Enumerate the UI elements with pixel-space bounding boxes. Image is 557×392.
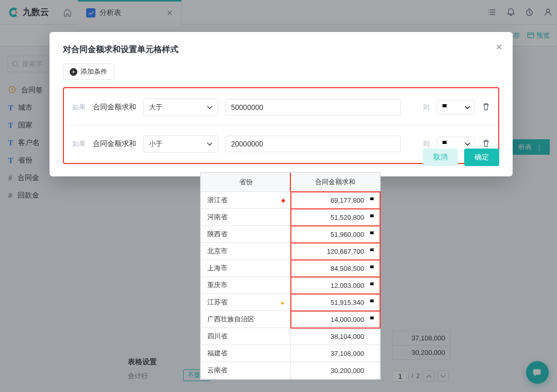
cell-amount: 69,177,800: [291, 192, 380, 209]
if-label: 如果: [72, 103, 86, 112]
chevron-down-icon: [207, 105, 212, 110]
col-amount: 合同金额求和: [291, 173, 380, 192]
preview-table: 省份 合同金额求和 浙江省◆ 69,177,800河南省 51,520,800陕…: [200, 172, 381, 380]
cell-amount: 12,003,000: [291, 277, 380, 294]
flag-icon: [369, 231, 375, 237]
table-row: 北京市 120,667,700: [201, 243, 380, 260]
flag-icon: [369, 214, 375, 220]
cell-amount: 120,667,700: [291, 243, 380, 260]
then-label: 则: [423, 139, 430, 149]
flag-style-select[interactable]: [437, 100, 475, 115]
modal-close-icon[interactable]: ✕: [496, 42, 502, 52]
cell-province: 福建省: [201, 345, 291, 362]
operator-select[interactable]: 大于: [143, 99, 218, 116]
then-label: 则: [423, 103, 430, 112]
flag-icon: [369, 282, 375, 288]
col-province: 省份: [201, 173, 291, 192]
cell-province: 重庆市: [201, 277, 291, 294]
confirm-button[interactable]: 确定: [464, 149, 499, 166]
flag-icon: [369, 197, 375, 203]
flag-icon: [369, 248, 375, 254]
flag-icon: [369, 299, 375, 305]
condition-rule: 如果 合同金额求和 大于 则: [65, 89, 497, 125]
cell-amount: 30,200,000: [291, 362, 380, 379]
add-condition-button[interactable]: + 添加条件: [63, 63, 114, 80]
cell-amount: 84,508,500: [291, 260, 380, 277]
chevron-down-icon: [207, 141, 212, 147]
table-row: 福建省 37,108,000: [201, 345, 380, 362]
chevron-down-icon: [465, 141, 470, 147]
cell-province: 北京市: [201, 243, 291, 260]
cell-amount: 37,108,000: [291, 345, 380, 362]
flag-icon: [369, 265, 375, 271]
cell-province: 浙江省◆: [201, 192, 291, 209]
cell-amount: 51,520,800: [291, 209, 380, 226]
rule-field-name: 合同金额求和: [93, 139, 136, 149]
table-row: 江苏省▲ 51,915,340: [201, 294, 380, 311]
table-row: 浙江省◆ 69,177,800: [201, 192, 380, 209]
threshold-input[interactable]: [225, 136, 401, 152]
table-row: 四川省 38,104,000: [201, 328, 380, 345]
cell-province: 江苏省▲: [201, 294, 291, 311]
cell-province: 云南省: [201, 362, 291, 379]
cell-amount: 38,104,000: [291, 328, 380, 345]
cancel-button[interactable]: 取消: [423, 149, 458, 166]
operator-select[interactable]: 小于: [143, 135, 218, 153]
table-row: 重庆市 12,003,000: [201, 277, 380, 294]
table-row: 广西壮族自治区 14,000,000: [201, 311, 380, 328]
table-row: 云南省 30,200,000: [201, 362, 380, 379]
plus-icon: +: [70, 68, 77, 76]
cell-province: 广西壮族自治区: [201, 311, 291, 328]
cell-province: 上海市: [201, 260, 291, 277]
cell-province: 河南省: [201, 209, 291, 226]
flag-icon: [369, 316, 375, 322]
modal-title: 对合同金额求和设置单元格样式: [63, 44, 499, 55]
chevron-down-icon: [465, 105, 470, 110]
cell-amount: 51,960,000: [291, 226, 380, 243]
rule-field-name: 合同金额求和: [93, 103, 136, 112]
flag-icon: [441, 104, 449, 111]
cell-province: 陕西省: [201, 226, 291, 243]
cell-province: 四川省: [201, 328, 291, 345]
cell-amount: 51,915,340: [291, 294, 380, 311]
flag-icon: [441, 140, 449, 148]
if-label: 如果: [72, 139, 86, 149]
cell-format-modal: 对合同金额求和设置单元格样式 ✕ + 添加条件 如果 合同金额求和 大于 则 如…: [50, 32, 513, 176]
cell-amount: 14,000,000: [291, 311, 380, 328]
delete-rule-button[interactable]: [482, 139, 490, 149]
table-row: 陕西省 51,960,000: [201, 226, 380, 243]
table-row: 上海市 84,508,500: [201, 260, 380, 277]
delete-rule-button[interactable]: [482, 103, 490, 112]
table-row: 河南省 51,520,800: [201, 209, 380, 226]
threshold-input[interactable]: [225, 99, 401, 116]
